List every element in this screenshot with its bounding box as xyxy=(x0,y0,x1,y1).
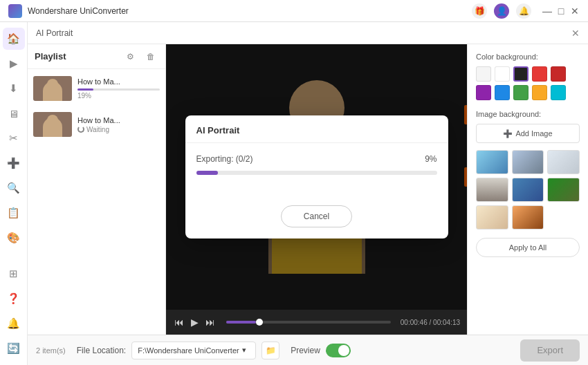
color-bg-section-title: Color background: xyxy=(476,53,580,61)
sidebar-item-screen[interactable]: 🖥 xyxy=(3,102,25,124)
bottom-bar: 2 item(s) File Location: F:\Wondershare … xyxy=(28,335,588,365)
item-name-1: How to Ma... xyxy=(77,77,160,86)
gift-icon[interactable]: 🎁 xyxy=(472,3,487,19)
item-info-1: How to Ma... 19% xyxy=(77,77,160,100)
sidebar-item-ai[interactable]: 🎨 xyxy=(3,227,25,249)
video-canvas: AI Portrait Exporting: (0/2) 9% xyxy=(166,44,467,310)
playlist-delete-button[interactable]: 🗑 xyxy=(143,49,158,64)
progress-track-1 xyxy=(77,88,160,91)
items-count: 2 item(s) xyxy=(36,346,66,355)
bell-icon[interactable]: 🔔 xyxy=(516,3,531,19)
title-bar: Wondershare UniConverter 🎁 👤 🔔 — □ ✕ xyxy=(0,0,588,22)
play-button[interactable]: ▶ xyxy=(190,315,200,329)
color-swatch-red[interactable] xyxy=(532,66,547,82)
image-bg-section-title: Image background: xyxy=(476,110,580,118)
file-browse-button[interactable]: 📁 xyxy=(261,341,279,359)
next-frame-button[interactable]: ⏭ xyxy=(204,315,217,329)
bg-thumb-8[interactable] xyxy=(512,205,544,230)
spinner-icon xyxy=(77,126,84,133)
color-swatch-black[interactable] xyxy=(513,66,529,82)
plus-icon: ➕ xyxy=(503,129,513,138)
video-progress-handle[interactable] xyxy=(256,319,263,326)
export-button[interactable]: Export xyxy=(520,339,580,362)
modal-overlay: AI Portrait Exporting: (0/2) 9% xyxy=(166,44,467,310)
color-swatch-purple[interactable] xyxy=(476,85,491,100)
video-preview: AI Portrait Exporting: (0/2) 9% xyxy=(166,44,467,335)
color-swatch-blue[interactable] xyxy=(495,85,510,100)
file-location-input[interactable]: F:\Wondershare UniConverter ▾ xyxy=(131,341,256,359)
nav-sidebar: 🏠 ▶ ⬇ 🖥 ✂ ➕ 🔍 📋 🎨 ⊞ ❓ 🔔 🔄 xyxy=(0,22,28,365)
thumbnail-1 xyxy=(33,76,72,101)
bg-thumb-7[interactable] xyxy=(476,205,508,230)
bg-thumb-3[interactable] xyxy=(547,150,580,174)
apply-all-button[interactable]: Apply to All xyxy=(476,238,580,257)
color-swatch-white[interactable] xyxy=(495,66,510,82)
bg-thumb-4[interactable] xyxy=(476,178,508,202)
color-swatch-cyan[interactable] xyxy=(551,85,566,100)
item-info-2: How to Ma... Waiting xyxy=(77,116,160,133)
sidebar-item-help[interactable]: ❓ xyxy=(3,288,25,310)
window-controls: — □ ✕ xyxy=(542,6,580,16)
status-waiting-2: Waiting xyxy=(77,126,160,133)
panel-close-button[interactable]: ✕ xyxy=(571,28,580,39)
bg-thumb-2[interactable] xyxy=(512,150,544,174)
playlist-title: Playlist xyxy=(35,51,117,62)
color-swatches xyxy=(476,66,580,100)
color-swatch-light-gray[interactable] xyxy=(476,66,491,82)
sidebar-item-refresh[interactable]: 🔄 xyxy=(3,337,25,359)
file-location-label: File Location: xyxy=(77,346,126,355)
user-icon[interactable]: 👤 xyxy=(494,3,509,19)
close-window-button[interactable]: ✕ xyxy=(570,6,580,16)
sidebar-item-download[interactable]: ⬇ xyxy=(3,77,25,100)
modal-cancel-button[interactable]: Cancel xyxy=(281,205,352,227)
progress-wrapper-1: 19% xyxy=(77,88,160,100)
modal-percent: 9% xyxy=(425,154,437,164)
sidebar-item-grid[interactable]: ⊞ xyxy=(3,263,25,285)
bg-thumbnails xyxy=(476,150,580,230)
color-swatch-dark-red[interactable] xyxy=(551,66,566,82)
sidebar-item-toolkit[interactable]: 📋 xyxy=(3,202,25,224)
modal-status-text: Exporting: (0/2) xyxy=(196,154,253,164)
color-swatch-green[interactable] xyxy=(513,85,529,100)
sidebar-item-convert[interactable]: ▶ xyxy=(3,53,25,75)
bg-thumb-6[interactable] xyxy=(547,178,580,202)
bg-thumb-5[interactable] xyxy=(512,178,544,202)
preview-label: Preview xyxy=(291,346,320,355)
sidebar-item-edit[interactable]: ✂ xyxy=(3,127,25,149)
modal-body: Exporting: (0/2) 9% xyxy=(185,143,448,200)
panel-title: AI Portrait xyxy=(36,28,73,38)
toggle-knob xyxy=(338,345,349,356)
content-area: AI Portrait ✕ Playlist ⚙ 🗑 xyxy=(28,22,588,365)
title-bar-icons: 🎁 👤 🔔 xyxy=(472,3,531,19)
minimize-button[interactable]: — xyxy=(542,6,552,16)
bg-thumb-1[interactable] xyxy=(476,150,508,174)
playlist-panel: Playlist ⚙ 🗑 How to Ma... xyxy=(28,44,166,335)
color-swatch-yellow[interactable] xyxy=(532,85,547,100)
sidebar-item-merge[interactable]: ➕ xyxy=(3,152,25,174)
sidebar-item-search[interactable]: 🔍 xyxy=(3,177,25,199)
preview-toggle[interactable] xyxy=(326,344,351,357)
thumbnail-2 xyxy=(33,112,72,137)
modal-status-row: Exporting: (0/2) 9% xyxy=(196,154,437,164)
maximize-button[interactable]: □ xyxy=(556,6,566,16)
work-area: Playlist ⚙ 🗑 How to Ma... xyxy=(28,44,588,335)
list-item[interactable]: How to Ma... 19% xyxy=(30,72,163,105)
prev-frame-button[interactable]: ⏮ xyxy=(173,315,185,329)
modal-footer: Cancel xyxy=(185,200,448,238)
sidebar-item-home[interactable]: 🏠 xyxy=(3,28,25,50)
chevron-down-icon: ▾ xyxy=(242,346,246,355)
app-title: Wondershare UniConverter xyxy=(28,6,472,16)
playlist-settings-button[interactable]: ⚙ xyxy=(122,49,138,64)
playlist-items: How to Ma... 19% xyxy=(28,69,165,335)
app-body: 🏠 ▶ ⬇ 🖥 ✂ ➕ 🔍 📋 🎨 ⊞ ❓ 🔔 🔄 AI Portrait ✕ … xyxy=(0,22,588,365)
color-panel: Color background: Image background: ➕ xyxy=(467,44,588,335)
progress-fill-1 xyxy=(77,88,93,91)
modal-progress-track xyxy=(196,171,437,175)
sidebar-item-bell[interactable]: 🔔 xyxy=(3,312,25,335)
app-logo xyxy=(8,4,22,18)
list-item[interactable]: How to Ma... Waiting xyxy=(30,108,163,141)
add-image-button[interactable]: ➕ Add Image xyxy=(476,124,580,143)
video-progress-fill xyxy=(226,321,256,324)
video-time-display: 00:00:46 / 00:04:13 xyxy=(401,319,460,326)
video-progress-bar[interactable] xyxy=(226,321,391,324)
